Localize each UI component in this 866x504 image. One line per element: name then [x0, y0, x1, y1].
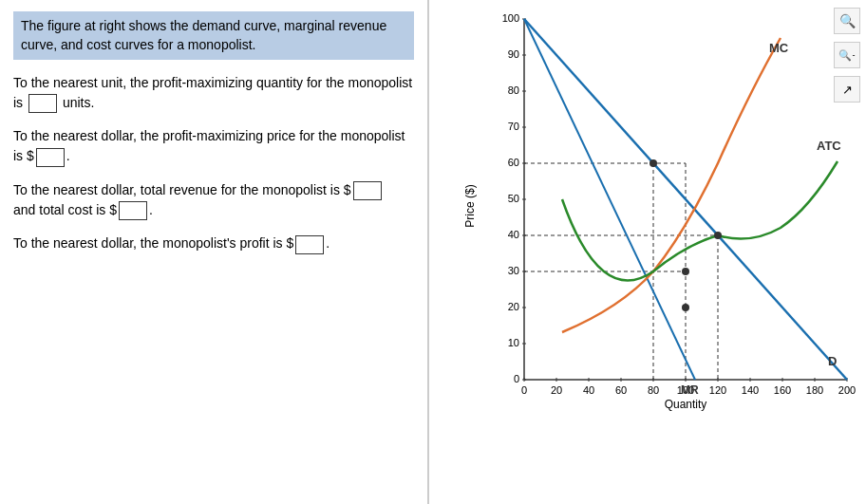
- svg-text:200: 200: [838, 384, 856, 396]
- q3-prefix: To the nearest dollar, total revenue for…: [13, 182, 351, 197]
- svg-text:50: 50: [508, 193, 519, 204]
- svg-point-62: [682, 304, 689, 311]
- svg-text:Quantity: Quantity: [665, 398, 707, 411]
- q2-period: .: [66, 148, 70, 163]
- question-1: To the nearest unit, the profit-maximizi…: [13, 73, 414, 113]
- sidebar-icons: 🔍 🔍- ↗: [828, 0, 866, 110]
- svg-line-55: [524, 19, 695, 380]
- svg-text:MC: MC: [769, 41, 789, 55]
- svg-text:140: 140: [742, 384, 759, 396]
- svg-text:0: 0: [514, 373, 519, 384]
- q3-suffix: .: [149, 202, 153, 217]
- svg-text:60: 60: [508, 157, 519, 168]
- zoom-out-button[interactable]: 🔍-: [834, 42, 860, 68]
- svg-text:80: 80: [648, 384, 659, 396]
- q4-input[interactable]: [295, 235, 324, 254]
- svg-text:10: 10: [508, 337, 519, 348]
- q3-revenue-input[interactable]: [353, 181, 382, 200]
- q4-suffix: .: [326, 235, 329, 251]
- svg-point-61: [714, 232, 722, 239]
- question-4: To the nearest dollar, the monopolist's …: [13, 233, 414, 253]
- svg-text:100: 100: [502, 12, 519, 24]
- svg-text:60: 60: [615, 384, 627, 396]
- q3-part2: and total cost is $: [13, 202, 117, 217]
- question-3: To the nearest dollar, total revenue for…: [13, 180, 414, 221]
- left-panel: The figure at right shows the demand cur…: [0, 0, 429, 504]
- intro-highlight: The figure at right shows the demand cur…: [13, 11, 414, 60]
- external-link-button[interactable]: ↗: [834, 76, 860, 103]
- svg-text:80: 80: [508, 84, 519, 96]
- q1-input[interactable]: [28, 94, 57, 113]
- q2-input[interactable]: [36, 148, 65, 167]
- svg-text:180: 180: [806, 384, 823, 396]
- q4-prefix: To the nearest dollar, the monopolist's …: [13, 235, 293, 251]
- svg-point-59: [650, 159, 657, 167]
- svg-text:MR: MR: [681, 383, 699, 397]
- q2-prefix: To the nearest dollar, the profit-maximi…: [13, 128, 405, 163]
- y-axis-label: Price ($): [463, 184, 477, 227]
- svg-text:ATC: ATC: [817, 139, 841, 153]
- zoom-in-button[interactable]: 🔍: [834, 8, 860, 34]
- svg-text:40: 40: [508, 229, 519, 240]
- svg-text:70: 70: [508, 121, 519, 132]
- svg-text:20: 20: [508, 301, 519, 312]
- svg-text:160: 160: [774, 384, 791, 396]
- svg-text:20: 20: [551, 384, 562, 396]
- q1-suffix: units.: [59, 95, 94, 110]
- svg-text:0: 0: [521, 384, 527, 396]
- svg-text:40: 40: [583, 384, 594, 396]
- svg-text:120: 120: [709, 384, 726, 396]
- question-2: To the nearest dollar, the profit-maximi…: [13, 126, 414, 166]
- svg-point-60: [682, 268, 689, 275]
- svg-text:90: 90: [508, 48, 519, 60]
- chart-svg: 0 10 20 30 40 50 60 70 80 90 100: [477, 9, 857, 437]
- q3-cost-input[interactable]: [119, 201, 147, 220]
- right-panel: Price ($) 0 10 20 30 40 50 60: [429, 0, 866, 504]
- svg-text:30: 30: [508, 265, 519, 276]
- svg-text:D: D: [828, 354, 837, 368]
